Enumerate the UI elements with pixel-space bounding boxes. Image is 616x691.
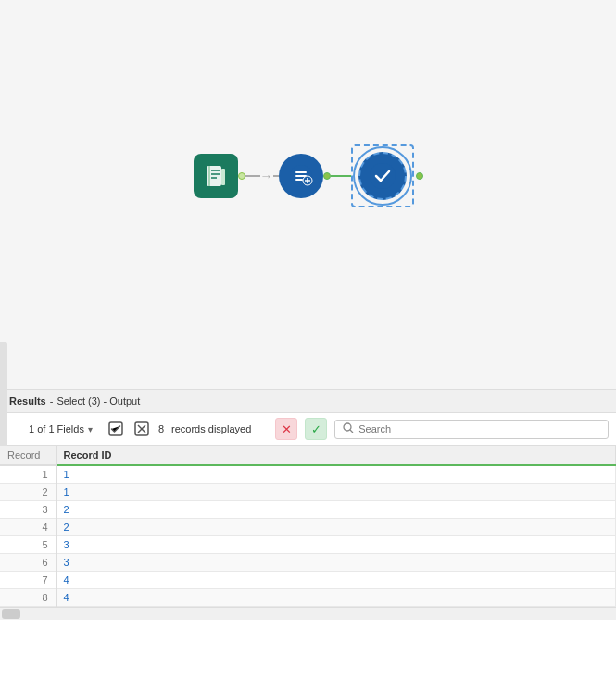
results-subheader: Select (3) - Output bbox=[57, 396, 140, 407]
record-num-cell: 3 bbox=[0, 501, 56, 519]
search-input[interactable] bbox=[358, 423, 600, 434]
svg-rect-5 bbox=[221, 169, 225, 185]
data-table: Record Record ID 1121324253637484 bbox=[0, 446, 616, 607]
records-count: 8 bbox=[158, 423, 164, 434]
svg-point-18 bbox=[344, 423, 351, 431]
conn-dot-green-1 bbox=[323, 172, 331, 180]
record-num-cell: 6 bbox=[0, 554, 56, 572]
table-container: Record Record ID 1121324253637484 bbox=[0, 446, 616, 607]
table-row: 84 bbox=[0, 589, 616, 607]
svg-rect-9 bbox=[295, 179, 303, 181]
scroll-thumb[interactable] bbox=[2, 609, 20, 619]
table-row: 32 bbox=[0, 501, 616, 519]
conn-line-1 bbox=[245, 175, 260, 177]
table-row: 53 bbox=[0, 536, 616, 554]
results-panel: Results - Select (3) - Output 1 of 1 Fie… bbox=[0, 389, 616, 620]
scroll-bottom[interactable] bbox=[0, 607, 616, 620]
table-row: 42 bbox=[0, 519, 616, 536]
records-text: records displayed bbox=[171, 423, 251, 434]
fields-dropdown[interactable]: 1 of 1 Fields ▾ bbox=[22, 421, 99, 437]
results-header: Results - Select (3) - Output bbox=[0, 390, 616, 413]
connector-2 bbox=[323, 172, 351, 180]
table-row: 63 bbox=[0, 554, 616, 572]
table-row: 11 bbox=[0, 465, 616, 484]
checkbox-icon[interactable] bbox=[107, 420, 125, 438]
results-label: Results bbox=[9, 396, 46, 407]
cancel-button[interactable]: ✕ bbox=[275, 418, 297, 440]
node-output-container[interactable] bbox=[351, 144, 414, 207]
svg-point-13 bbox=[370, 163, 396, 189]
col-header-record-id: Record ID bbox=[56, 446, 616, 465]
conn-dot-1 bbox=[238, 172, 245, 180]
confirm-icon: ✓ bbox=[311, 422, 321, 436]
conn-line-1b bbox=[273, 175, 279, 177]
record-num-cell: 8 bbox=[0, 589, 56, 607]
toolbar: 1 of 1 Fields ▾ 8 records displayed ✕ bbox=[0, 413, 616, 446]
results-separator: - bbox=[50, 396, 54, 407]
record-id-cell: 4 bbox=[56, 572, 616, 589]
record-id-cell: 2 bbox=[56, 519, 616, 536]
record-num-cell: 2 bbox=[0, 484, 56, 501]
node-output[interactable] bbox=[358, 152, 407, 200]
record-num-cell: 5 bbox=[0, 536, 56, 554]
connector-1: → bbox=[238, 170, 279, 182]
svg-line-19 bbox=[350, 430, 353, 433]
node-select[interactable] bbox=[279, 154, 323, 198]
conn-arrow-1: → bbox=[260, 170, 273, 182]
table-row: 21 bbox=[0, 484, 616, 501]
close-icon[interactable] bbox=[132, 420, 151, 438]
table-body: 1121324253637484 bbox=[0, 465, 616, 607]
table-row: 74 bbox=[0, 572, 616, 589]
confirm-button[interactable]: ✓ bbox=[305, 418, 327, 440]
svg-rect-7 bbox=[295, 171, 307, 173]
record-num-cell: 4 bbox=[0, 519, 56, 536]
record-id-cell: 2 bbox=[56, 501, 616, 519]
conn-line-green-1 bbox=[331, 175, 346, 177]
record-id-cell: 1 bbox=[56, 484, 616, 501]
node-book[interactable] bbox=[194, 154, 238, 198]
conn-dot-output bbox=[416, 172, 423, 180]
record-num-cell: 1 bbox=[0, 465, 56, 484]
fields-label: 1 of 1 Fields bbox=[29, 423, 84, 434]
chevron-down-icon: ▾ bbox=[88, 424, 93, 434]
record-id-cell: 4 bbox=[56, 589, 616, 607]
search-box[interactable] bbox=[334, 420, 609, 439]
search-icon bbox=[343, 422, 354, 436]
col-header-record: Record bbox=[0, 446, 56, 465]
svg-rect-1 bbox=[208, 166, 210, 186]
canvas-area: → bbox=[0, 0, 616, 389]
record-id-cell: 3 bbox=[56, 536, 616, 554]
record-id-cell: 3 bbox=[56, 554, 616, 572]
record-id-cell: 1 bbox=[56, 465, 616, 484]
cancel-icon: ✕ bbox=[282, 422, 292, 436]
record-num-cell: 7 bbox=[0, 572, 56, 589]
workflow: → bbox=[194, 144, 423, 207]
